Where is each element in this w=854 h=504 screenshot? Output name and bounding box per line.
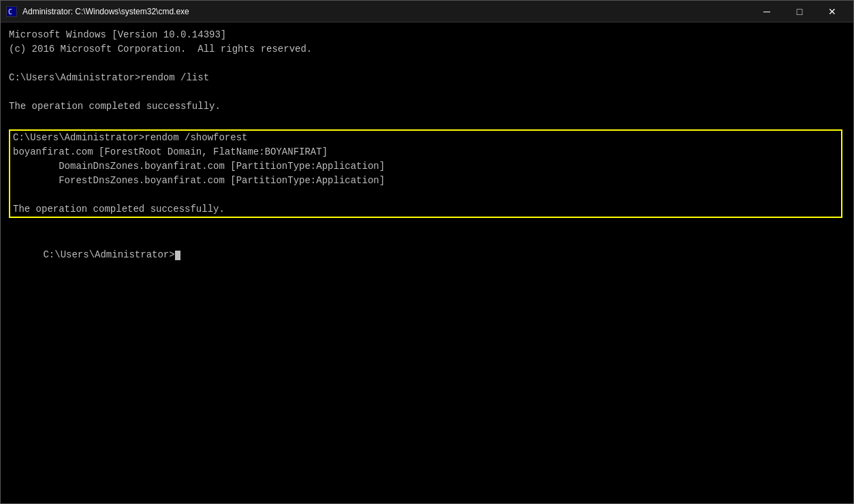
- console-line-4: C:\Users\Administrator>rendom /list: [9, 71, 845, 85]
- window-controls: ─ □ ✕: [751, 1, 848, 22]
- console-prompt-line: C:\Users\Administrator>: [9, 234, 845, 277]
- cursor: [175, 251, 180, 260]
- title-bar-left: C Administrator: C:\Windows\system32\cmd…: [6, 6, 189, 17]
- window-title: Administrator: C:\Windows\system32\cmd.e…: [22, 7, 189, 16]
- minimize-button[interactable]: ─: [751, 1, 782, 22]
- console-line-3: [9, 57, 845, 71]
- console-line-6: The operation completed successfully.: [9, 99, 845, 114]
- title-bar: C Administrator: C:\Windows\system32\cmd…: [1, 1, 853, 22]
- highlighted-line-4: ForestDnsZones.boyanfirat.com [Partition…: [10, 174, 841, 188]
- console-line-1: Microsoft Windows [Version 10.0.14393]: [9, 28, 845, 42]
- maximize-button[interactable]: □: [784, 1, 815, 22]
- console-line-2: (c) 2016 Microsoft Corporation. All righ…: [9, 42, 845, 57]
- console-area[interactable]: Microsoft Windows [Version 10.0.14393] (…: [1, 22, 853, 503]
- cmd-window: C Administrator: C:\Windows\system32\cmd…: [0, 0, 854, 504]
- prompt-text: C:\Users\Administrator>: [43, 249, 174, 260]
- console-after: [9, 219, 845, 234]
- highlighted-line-3: DomainDnsZones.boyanfirat.com [Partition…: [10, 159, 841, 174]
- highlighted-line-2: boyanfirat.com [ForestRoot Domain, FlatN…: [10, 145, 841, 159]
- console-line-5: [9, 85, 845, 99]
- highlighted-block: C:\Users\Administrator>rendom /showfores…: [9, 129, 842, 218]
- cmd-icon: C: [6, 6, 17, 17]
- highlighted-line-1: C:\Users\Administrator>rendom /showfores…: [10, 131, 841, 145]
- highlighted-line-5: [10, 188, 841, 202]
- console-line-7: [9, 114, 845, 128]
- close-button[interactable]: ✕: [817, 1, 848, 22]
- highlighted-line-6: The operation completed successfully.: [10, 202, 841, 217]
- svg-text:C: C: [8, 8, 12, 16]
